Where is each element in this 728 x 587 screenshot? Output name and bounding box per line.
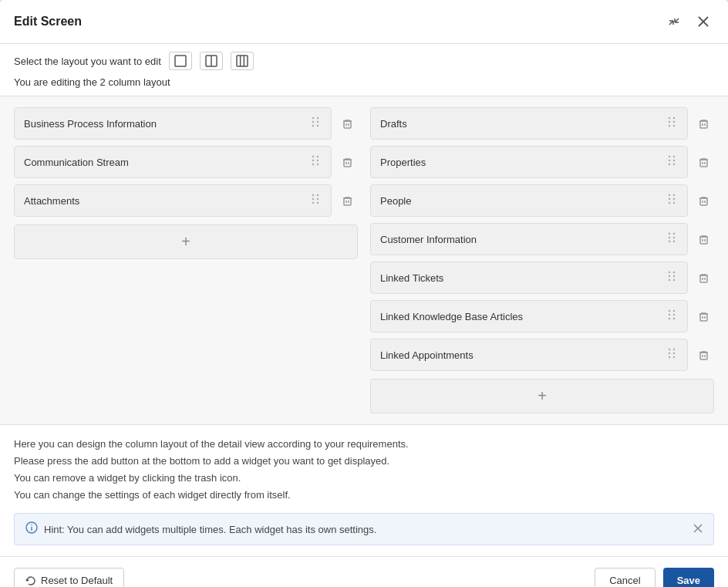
layout-1col-button[interactable]	[169, 52, 192, 70]
svg-point-85	[673, 318, 675, 319]
svg-point-67	[673, 241, 675, 242]
right-column-add-button[interactable]: +	[370, 379, 714, 413]
svg-point-56	[673, 194, 675, 196]
svg-point-29	[317, 194, 318, 196]
widget-label: People	[380, 195, 411, 207]
drag-icon[interactable]	[309, 116, 322, 131]
delete-attachments-button[interactable]	[336, 190, 358, 211]
svg-point-10	[312, 125, 314, 127]
footer-info: Here you can design the column layout of…	[0, 424, 728, 556]
widget-business-process: Business Process Information	[14, 107, 332, 140]
svg-rect-14	[344, 121, 351, 128]
svg-point-71	[669, 272, 670, 273]
modal-header: Edit Screen	[0, 0, 728, 44]
info-line-1: Here you can design the column layout of…	[14, 436, 714, 453]
svg-point-82	[669, 318, 670, 319]
widget-label: Linked Knowledge Base Articles	[380, 311, 523, 322]
delete-business-process-button[interactable]	[336, 113, 358, 134]
svg-rect-41	[700, 121, 707, 128]
delete-linked-appointments-button[interactable]	[693, 344, 714, 366]
info-text: Here you can design the column layout of…	[14, 436, 714, 504]
svg-rect-68	[700, 237, 707, 244]
header-actions	[663, 11, 714, 32]
svg-point-36	[669, 121, 670, 123]
widget-label: Linked Tickets	[380, 272, 443, 284]
modal-actions: Reset to Default Cancel Save	[0, 556, 728, 587]
svg-point-13	[317, 125, 318, 127]
svg-point-57	[673, 198, 675, 200]
drag-icon[interactable]	[666, 231, 678, 247]
left-column-add-button[interactable]: +	[14, 224, 358, 259]
delete-customer-information-button[interactable]	[693, 228, 714, 250]
svg-point-65	[673, 233, 675, 234]
svg-point-92	[673, 349, 675, 350]
drag-icon[interactable]	[666, 309, 678, 324]
widget-label: Attachments	[24, 195, 79, 207]
svg-rect-23	[344, 160, 351, 167]
svg-point-9	[312, 121, 314, 123]
delete-drafts-button[interactable]	[693, 113, 714, 134]
layout-2col-button[interactable]	[200, 52, 223, 70]
svg-point-21	[317, 160, 318, 161]
drag-icon[interactable]	[666, 193, 678, 208]
left-column: Business Process Information	[14, 107, 358, 413]
widget-people: People	[370, 184, 688, 217]
svg-point-19	[312, 164, 314, 165]
save-button[interactable]: Save	[663, 568, 714, 587]
svg-point-12	[317, 121, 318, 123]
cancel-button[interactable]: Cancel	[595, 568, 655, 587]
hint-close-button[interactable]	[693, 522, 703, 536]
widget-linked-appointments: Linked Appointments	[370, 339, 688, 371]
svg-point-81	[669, 314, 670, 315]
delete-people-button[interactable]	[693, 190, 714, 211]
svg-rect-59	[700, 198, 707, 205]
svg-point-84	[673, 314, 675, 315]
svg-point-63	[669, 237, 670, 238]
svg-point-27	[312, 198, 314, 200]
drag-icon[interactable]	[309, 154, 322, 170]
edit-screen-modal: Edit Screen Select the layout you want t…	[0, 0, 728, 587]
widget-label: Drafts	[380, 118, 407, 130]
widget-row: Drafts	[370, 107, 714, 140]
svg-point-75	[673, 275, 675, 277]
svg-point-17	[312, 156, 314, 157]
drag-icon[interactable]	[666, 270, 678, 285]
delete-communication-stream-button[interactable]	[336, 151, 358, 173]
svg-point-28	[312, 202, 314, 204]
layout-3col-button[interactable]	[231, 52, 254, 70]
delete-properties-button[interactable]	[693, 151, 714, 173]
hint-icon	[25, 521, 38, 537]
delete-linked-kb-articles-button[interactable]	[693, 305, 714, 327]
svg-point-40	[673, 125, 675, 127]
svg-point-44	[669, 156, 670, 157]
widget-linked-kb-articles: Linked Knowledge Base Articles	[370, 300, 688, 332]
widget-label: Properties	[380, 157, 426, 168]
reset-to-default-button[interactable]: Reset to Default	[14, 568, 124, 587]
svg-point-26	[312, 194, 314, 196]
minimize-button[interactable]	[663, 11, 685, 32]
drag-icon[interactable]	[666, 116, 678, 131]
layout-subheader: Select the layout you want to edit	[0, 44, 728, 96]
svg-point-73	[669, 279, 670, 281]
svg-point-18	[312, 160, 314, 161]
svg-point-72	[669, 275, 670, 277]
drag-icon[interactable]	[309, 193, 322, 208]
delete-linked-tickets-button[interactable]	[693, 267, 714, 288]
action-right: Cancel Save	[595, 568, 714, 587]
svg-point-11	[317, 117, 318, 119]
svg-point-94	[673, 356, 675, 358]
svg-point-35	[669, 117, 670, 119]
svg-rect-95	[700, 353, 707, 359]
svg-point-46	[669, 164, 670, 165]
svg-point-38	[673, 117, 675, 119]
svg-point-47	[673, 156, 675, 157]
drag-icon[interactable]	[666, 154, 678, 170]
drag-icon[interactable]	[666, 347, 678, 363]
svg-point-58	[673, 202, 675, 204]
svg-rect-2	[175, 56, 186, 66]
svg-point-22	[317, 164, 318, 165]
widget-row: Attachments	[14, 184, 358, 217]
widget-label: Business Process Information	[24, 118, 157, 130]
svg-point-91	[669, 356, 670, 358]
close-button[interactable]	[693, 11, 714, 32]
